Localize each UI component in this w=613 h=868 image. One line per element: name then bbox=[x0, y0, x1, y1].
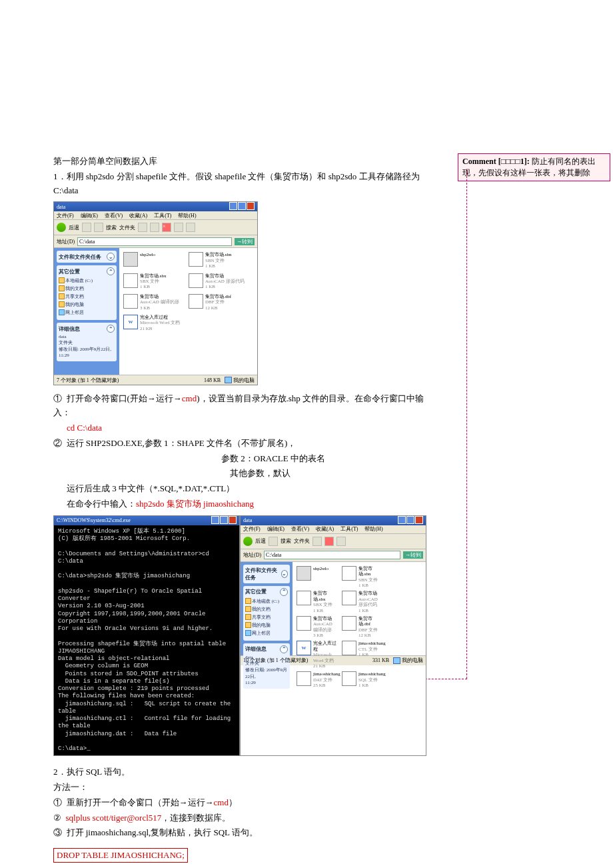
window-title: data bbox=[57, 204, 229, 210]
file-info: 集贸市场AutoCAD 形源代码 1 KB bbox=[358, 591, 382, 613]
folders-label[interactable]: 文件夹 bbox=[294, 537, 310, 545]
explorer-screenshot-1: data 文件(F) 编辑(E) 查看(V) 收藏(A) 工具(T) 帮助(H)… bbox=[53, 201, 258, 385]
menu-view[interactable]: 查看(V) bbox=[105, 212, 123, 219]
maximize-icon[interactable] bbox=[238, 202, 246, 210]
address-input[interactable]: C:\data bbox=[264, 551, 400, 559]
sidebar-item[interactable]: 我的文档 bbox=[245, 605, 288, 613]
minimize-icon[interactable] bbox=[229, 202, 237, 210]
folders-label[interactable]: 文件夹 bbox=[119, 224, 135, 231]
menu-help[interactable]: 帮助(H) bbox=[178, 212, 196, 219]
menu-help[interactable]: 帮助(H) bbox=[364, 525, 382, 533]
file-icon bbox=[123, 252, 138, 267]
search-label[interactable]: 搜索 bbox=[106, 224, 117, 231]
window-title: C:\WINDOWS\system32\cmd.exe bbox=[57, 517, 211, 523]
tool-delete-icon[interactable] bbox=[324, 537, 334, 546]
sidebar-item-disk[interactable]: 本地磁盘 (C:) bbox=[59, 277, 115, 285]
file-icon bbox=[189, 252, 203, 267]
file-item[interactable]: jimaoshichangSQL 文件 1 KB bbox=[342, 671, 382, 688]
file-item[interactable]: jimaoshichangCTL 文件 1 KB bbox=[342, 641, 382, 669]
up-button[interactable] bbox=[94, 223, 103, 232]
file-item[interactable]: shp2sdo bbox=[297, 566, 336, 589]
sidebar-item-computer[interactable]: 我的电脑 bbox=[59, 301, 115, 309]
menu-file[interactable]: 文件(F) bbox=[57, 212, 74, 219]
menu-view[interactable]: 查看(V) bbox=[291, 525, 309, 533]
chevron-icon[interactable]: ⌄ bbox=[107, 253, 115, 261]
menu-edit[interactable]: 编辑(E) bbox=[267, 525, 285, 533]
maximize-icon[interactable] bbox=[220, 516, 228, 524]
tool-delete-icon[interactable]: × bbox=[162, 223, 171, 232]
back-button-icon[interactable] bbox=[243, 537, 253, 546]
file-item[interactable]: 集贸市场.sbnSBN 文件 1 KB bbox=[342, 566, 382, 589]
file-item[interactable]: 集贸市场.sbxSBX 文件 1 KB bbox=[123, 273, 181, 290]
minimize-icon[interactable] bbox=[398, 516, 406, 524]
menu-edit[interactable]: 编辑(E) bbox=[81, 212, 98, 219]
file-item[interactable]: W完全入库过程Microsoft Word 文档 21 KB bbox=[123, 315, 181, 331]
file-info: jimaoshichangCTL 文件 1 KB bbox=[358, 641, 386, 657]
menu-fav[interactable]: 收藏(A) bbox=[316, 525, 334, 533]
cmd-screenshot: C:\WINDOWS\system32\cmd.exe Microsoft Wi… bbox=[53, 515, 240, 757]
file-info: 集贸市场.sbxSBX 文件 1 KB bbox=[313, 591, 336, 613]
sidebar-item-network[interactable]: 网上邻居 bbox=[59, 309, 115, 317]
search-label[interactable]: 搜索 bbox=[281, 537, 291, 545]
tool-views[interactable] bbox=[186, 223, 195, 232]
file-info: 集贸市场.sbnSBN 文件 1 KB bbox=[358, 566, 382, 589]
file-area[interactable]: shp2sdo集贸市场.sbnSBN 文件 1 KB集贸市场.sbxSBX 文件… bbox=[293, 562, 426, 655]
file-area[interactable]: shp2sdo集贸市场.sbnSBN 文件 1 KB集贸市场.sbxSBX 文件… bbox=[119, 248, 257, 375]
file-item[interactable]: W完全入库过程Microsoft Word 文档 21 KB bbox=[297, 641, 336, 669]
step-1-1: ① 打开命令符窗口(开始→运行→cmd)，设置当前目录为存放.shp 文件的目录… bbox=[53, 392, 426, 420]
tool-undo[interactable] bbox=[174, 223, 183, 232]
chevron-icon[interactable]: ⌃ bbox=[107, 267, 115, 275]
sidebar: 文件和文件夹任务⌄ 其它位置⌃ 本地磁盘 (C:) 我的文档 共享文档 我的电脑… bbox=[241, 562, 293, 655]
file-item[interactable]: 集贸市场AutoCAD 形源代码 1 KB bbox=[342, 591, 382, 613]
sidebar-item[interactable]: 本地磁盘 (C:) bbox=[245, 597, 288, 605]
file-item[interactable]: 集贸市场AutoCAD 形源代码 1 KB bbox=[189, 273, 246, 290]
file-item[interactable]: 集贸市场AutoCAD 编译的形 3 KB bbox=[297, 616, 336, 639]
up-button[interactable] bbox=[269, 537, 278, 546]
tool-cut[interactable] bbox=[150, 223, 159, 232]
file-icon bbox=[297, 616, 311, 631]
section-heading: 第一部分简单空间数据入库 bbox=[53, 155, 426, 169]
close-icon[interactable] bbox=[247, 202, 255, 210]
go-button[interactable]: → 转到 bbox=[403, 551, 423, 559]
step-1-2: ② 运行 SHP2SDO.EXE,参数 1：SHAPE 文件名（不带扩展名)， bbox=[53, 437, 426, 451]
menu-tools[interactable]: 工具(T) bbox=[154, 212, 171, 219]
file-item[interactable]: shp2sdo bbox=[123, 252, 181, 269]
file-info: jimaoshichangSQL 文件 1 KB bbox=[358, 671, 386, 688]
file-icon bbox=[342, 566, 356, 581]
file-item[interactable]: 集贸市场.sbxSBX 文件 1 KB bbox=[297, 591, 336, 613]
menu-file[interactable]: 文件(F) bbox=[243, 525, 261, 533]
go-button[interactable]: → 转到 bbox=[235, 238, 255, 245]
minimize-icon[interactable] bbox=[211, 516, 219, 524]
menu-fav[interactable]: 收藏(A) bbox=[129, 212, 147, 219]
sidebar-item-docs[interactable]: 我的文档 bbox=[59, 285, 115, 293]
sidebar-item-shared[interactable]: 共享文档 bbox=[59, 293, 115, 301]
file-icon bbox=[342, 591, 356, 605]
file-item[interactable]: 集贸市场AutoCAD 编译的形 3 KB bbox=[123, 294, 181, 311]
address-input[interactable]: C:\data bbox=[77, 237, 232, 246]
chevron-icon[interactable]: ⌃ bbox=[107, 325, 115, 333]
sidebar-item[interactable]: 网上邻居 bbox=[245, 629, 288, 637]
chevron-icon[interactable]: ⌃ bbox=[280, 588, 288, 596]
close-icon[interactable] bbox=[415, 516, 423, 524]
close-icon[interactable] bbox=[229, 516, 237, 524]
tool-btn[interactable] bbox=[336, 537, 346, 546]
sidebar-details: 详细信息⌃ data 文件夹 修改日期: 2009年9月22日, 11:29 bbox=[57, 323, 117, 361]
chevron-icon[interactable]: ⌃ bbox=[280, 645, 288, 653]
input-line: 在命令行中输入：shp2sdo 集贸市场 jimaoshichang bbox=[53, 497, 426, 511]
menu-tools[interactable]: 工具(T) bbox=[340, 525, 358, 533]
tool-copy[interactable] bbox=[138, 223, 147, 232]
file-item[interactable]: 集贸市场.dbfDBF 文件 12 KB bbox=[189, 294, 246, 311]
tool-btn[interactable] bbox=[312, 537, 322, 546]
file-item[interactable]: 集贸市场.dbfDBF 文件 12 KB bbox=[342, 616, 382, 639]
sidebar-item[interactable]: 共享文档 bbox=[245, 613, 288, 621]
file-item[interactable]: jimaoshichangDAT 文件 25 KB bbox=[297, 671, 336, 688]
back-button-icon[interactable] bbox=[57, 223, 66, 232]
forward-button[interactable] bbox=[82, 223, 91, 232]
step-2: 2．执行 SQL 语句。 bbox=[53, 765, 426, 779]
chevron-icon[interactable]: ⌄ bbox=[281, 570, 288, 578]
maximize-icon[interactable] bbox=[406, 516, 414, 524]
sidebar-item[interactable]: 我的电脑 bbox=[245, 621, 288, 629]
statusbar: 7 个对象 (加 1 个隐藏对象) 148 KB 我的电脑 bbox=[54, 375, 257, 385]
toolbar: 后退 搜索 文件夹 × bbox=[54, 220, 257, 235]
file-item[interactable]: 集贸市场.sbnSBN 文件 1 KB bbox=[189, 252, 246, 269]
